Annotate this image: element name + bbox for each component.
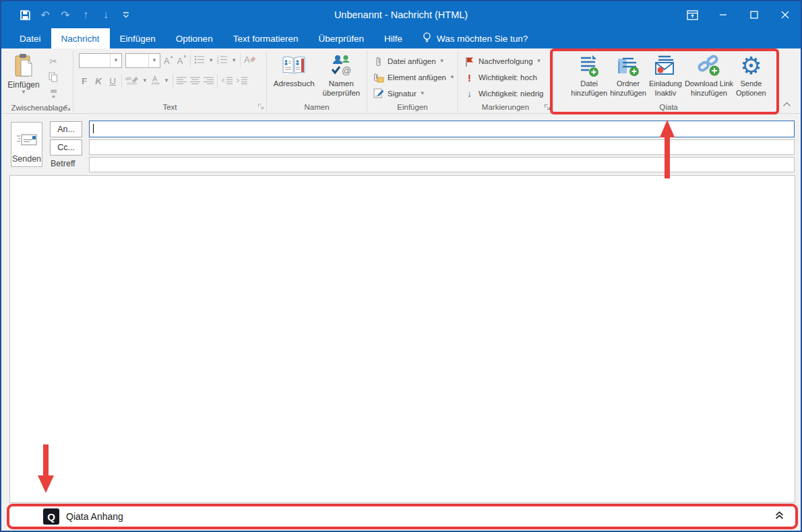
message-body-editor[interactable]	[9, 175, 795, 503]
qiata-add-folder-label-1: Ordner	[617, 79, 640, 89]
grow-font-button[interactable]: A▲	[164, 55, 174, 67]
signature-button[interactable]: Signatur ▼	[373, 86, 458, 101]
move-up-icon[interactable]: ↑	[80, 9, 92, 21]
ribbon-tab-bar: Datei Nachricht Einfügen Optionen Text f…	[1, 28, 801, 48]
text-highlight-button[interactable]: ab	[125, 75, 139, 88]
align-center-button[interactable]	[190, 75, 200, 87]
group-qiata: Datei hinzufügen Ordner hinzufügen Einla…	[553, 48, 784, 113]
decrease-indent-button[interactable]	[221, 75, 233, 87]
window-controls	[677, 1, 801, 28]
highlight-caret: ▼	[142, 78, 148, 84]
bold-button[interactable]: F	[79, 76, 90, 86]
svg-text:3: 3	[217, 61, 219, 64]
shrink-font-button[interactable]: A▼	[177, 55, 187, 67]
font-color-button[interactable]: A	[151, 75, 160, 88]
subject-field[interactable]	[89, 157, 795, 172]
tab-ueberpruefen[interactable]: Überprüfen	[308, 28, 374, 48]
bullets-caret: ▼	[208, 58, 214, 63]
underline-button[interactable]: U	[107, 76, 118, 86]
cut-button[interactable]: ✂	[46, 55, 61, 68]
group-zwischenablage: Einfügen ▼ ✂ Zwischenablage	[5, 48, 73, 113]
qiata-send-options-label-2: Optionen	[736, 89, 766, 98]
tell-me-box[interactable]: Was möchten Sie tun?	[412, 28, 537, 48]
to-button[interactable]: An...	[50, 121, 82, 137]
numbering-button[interactable]: 123	[217, 55, 228, 67]
bullets-button[interactable]	[194, 55, 205, 67]
tab-datei[interactable]: Datei	[9, 28, 51, 48]
to-field[interactable]	[89, 121, 795, 137]
tab-text-formatieren[interactable]: Text formatieren	[223, 28, 309, 48]
font-size-combo[interactable]: ▼	[125, 53, 160, 68]
check-names-button[interactable]: @ Namen überprüfen	[321, 52, 363, 100]
numbering-caret: ▼	[231, 58, 237, 63]
ribbon-display-options-icon[interactable]	[677, 1, 708, 28]
low-importance-button[interactable]: ↓ Wichtigkeit: niedrig	[464, 86, 553, 101]
qiata-logo-icon: Q	[43, 508, 59, 525]
link-add-icon	[696, 53, 722, 79]
close-button[interactable]	[770, 1, 801, 28]
attach-item-caret: ▼	[450, 75, 455, 80]
copy-icon	[49, 72, 58, 85]
attach-item-button[interactable]: Element anfügen ▼	[373, 70, 458, 85]
collapse-ribbon-icon[interactable]	[782, 98, 791, 110]
increase-indent-button[interactable]	[236, 75, 247, 87]
low-importance-label: Wichtigkeit: niedrig	[479, 90, 544, 98]
font-name-combo[interactable]: ▼	[79, 53, 122, 68]
qiata-invitation-label-1: Einladung	[649, 79, 682, 89]
subject-label: Betreff	[51, 159, 75, 168]
cc-field[interactable]	[89, 139, 795, 155]
attach-item-icon	[373, 73, 384, 83]
qiata-invitation-inactive-button[interactable]: Einladung Inaktiv	[648, 52, 683, 100]
follow-up-label: Nachverfolgung	[479, 57, 533, 65]
down-arrow-icon: ↓	[464, 88, 475, 99]
italic-button[interactable]: K	[93, 76, 104, 86]
paste-dropdown-caret: ▼	[21, 90, 26, 95]
cc-button[interactable]: Cc...	[50, 139, 82, 156]
send-button[interactable]: Senden	[11, 122, 42, 167]
tab-hilfe[interactable]: Hilfe	[374, 28, 412, 48]
copy-button[interactable]	[46, 71, 61, 85]
save-icon[interactable]	[19, 9, 31, 21]
clear-formatting-button[interactable]: A	[244, 55, 256, 67]
customize-qat-icon[interactable]	[120, 9, 132, 21]
high-importance-button[interactable]: ! Wichtigkeit: hoch	[464, 70, 553, 85]
paste-button[interactable]: Einfügen ▼	[5, 51, 42, 102]
qiata-attachment-bar[interactable]: Q Qiata Anhang	[7, 504, 798, 529]
svg-text:ab: ab	[125, 75, 131, 81]
tab-optionen[interactable]: Optionen	[166, 28, 223, 48]
group-markierungen: Nachverfolgung ▼ ! Wichtigkeit: hoch ↓ W…	[458, 48, 553, 113]
exclamation-icon: !	[464, 72, 475, 84]
undo-icon[interactable]: ↶	[39, 9, 51, 21]
align-right-button[interactable]	[204, 75, 214, 87]
align-left-button[interactable]	[177, 75, 187, 87]
qiata-send-options-button[interactable]: ⚙ Sende Optionen	[735, 52, 767, 100]
qiata-download-link-label-1: Download Link	[685, 79, 733, 89]
clipboard-paste-icon	[13, 53, 34, 80]
address-book-button[interactable]: Adressbuch	[272, 52, 317, 100]
group-label-markierungen: Markierungen	[482, 103, 529, 111]
tab-nachricht[interactable]: Nachricht	[51, 28, 110, 48]
tab-einfuegen[interactable]: Einfügen	[110, 28, 166, 48]
dialog-launcher-icon[interactable]	[544, 104, 551, 112]
attach-file-button[interactable]: Datei anfügen ▼	[373, 54, 458, 69]
maximize-button[interactable]	[739, 1, 770, 28]
redo-icon[interactable]: ↷	[59, 9, 71, 21]
svg-text:A: A	[152, 75, 158, 83]
minimize-button[interactable]	[708, 1, 739, 28]
collapse-panel-icon[interactable]	[774, 510, 784, 523]
move-down-icon[interactable]: ↓	[100, 9, 112, 21]
qiata-add-folder-button[interactable]: Ordner hinzufügen	[609, 52, 647, 100]
qiata-add-download-link-button[interactable]: Download Link hinzufügen	[684, 52, 734, 100]
dialog-launcher-icon[interactable]	[257, 103, 264, 111]
format-painter-button[interactable]	[46, 88, 61, 102]
send-label: Senden	[12, 154, 41, 164]
address-book-icon	[282, 53, 306, 77]
signature-caret: ▼	[420, 91, 425, 96]
qiata-add-file-button[interactable]: Datei hinzufügen	[570, 52, 608, 100]
follow-up-button[interactable]: Nachverfolgung ▼	[464, 54, 553, 69]
folder-add-icon	[616, 53, 640, 79]
dialog-launcher-icon[interactable]	[64, 104, 71, 112]
group-einfuegen: Datei anfügen ▼ Element anfügen ▼ Signat…	[367, 48, 458, 113]
quick-access-toolbar: ↶ ↷ ↑ ↓	[1, 9, 132, 21]
check-names-icon: @	[330, 53, 352, 77]
